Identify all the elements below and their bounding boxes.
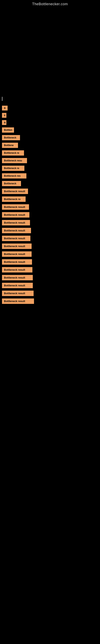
result-item-8[interactable]: Bottleneck resu	[2, 158, 98, 163]
result-item-12[interactable]: Bottleneck result	[2, 188, 98, 194]
result-item-25[interactable]: Bottleneck result	[2, 290, 98, 296]
result-item-18[interactable]: Bottleneck result	[2, 236, 98, 241]
result-label-25: Bottleneck result	[2, 290, 34, 296]
result-label-3: B	[2, 120, 6, 125]
result-label-8: Bottleneck resu	[2, 158, 27, 163]
site-header: TheBottlenecker.com	[0, 0, 100, 6]
result-label-1: B	[2, 106, 8, 110]
result-label-16: Bottleneck result	[2, 220, 30, 226]
page-wrapper: TheBottlenecker.com BEBBottlenBottleneck…	[0, 0, 100, 310]
result-label-18: Bottleneck result	[2, 236, 30, 241]
result-item-10[interactable]: Bottleneck res	[2, 173, 98, 178]
result-label-15: Bottleneck result	[2, 212, 29, 218]
result-label-24: Bottleneck result	[2, 283, 33, 288]
content-area: BEBBottlenBottleneckBottleneBottleneck r…	[0, 93, 100, 310]
site-title: TheBottlenecker.com	[0, 0, 100, 6]
result-label-7: Bottleneck re	[2, 150, 24, 156]
result-item-17[interactable]: Bottleneck result	[2, 228, 98, 233]
result-item-4[interactable]: Bottlen	[2, 128, 98, 132]
result-item-24[interactable]: Bottleneck result	[2, 283, 98, 288]
result-item-22[interactable]: Bottleneck result	[2, 267, 98, 272]
result-item-16[interactable]: Bottleneck result	[2, 220, 98, 226]
result-label-12: Bottleneck result	[2, 188, 28, 194]
result-label-2: E	[2, 113, 6, 118]
result-item-11[interactable]: Bottleneck	[2, 181, 98, 186]
result-item-6[interactable]: Bottlene	[2, 143, 98, 148]
result-item-9[interactable]: Bottleneck re	[2, 166, 98, 171]
cursor-line	[2, 97, 2, 101]
result-label-14: Bottleneck result	[2, 204, 29, 210]
result-item-26[interactable]: Bottleneck result	[2, 298, 98, 304]
result-label-5: Bottleneck	[2, 135, 20, 140]
result-item-5[interactable]: Bottleneck	[2, 135, 98, 140]
result-item-15[interactable]: Bottleneck result	[2, 212, 98, 218]
result-label-11: Bottleneck	[2, 181, 21, 186]
result-label-4: Bottlen	[2, 128, 14, 132]
result-label-19: Bottleneck result	[2, 244, 32, 249]
result-item-13[interactable]: Bottleneck re	[2, 196, 98, 202]
result-label-23: Bottleneck result	[2, 275, 33, 280]
result-item-3[interactable]: B	[2, 120, 98, 125]
result-item-2[interactable]: E	[2, 113, 98, 118]
result-label-6: Bottlene	[2, 143, 18, 148]
result-item-20[interactable]: Bottleneck result	[2, 251, 98, 257]
result-item-1[interactable]: B	[2, 106, 98, 110]
result-label-13: Bottleneck re	[2, 196, 26, 202]
result-item-7[interactable]: Bottleneck re	[2, 150, 98, 156]
result-item-14[interactable]: Bottleneck result	[2, 204, 98, 210]
result-label-17: Bottleneck result	[2, 228, 31, 233]
result-label-20: Bottleneck result	[2, 251, 32, 257]
results-container: BEBBottlenBottleneckBottleneBottleneck r…	[2, 106, 98, 304]
result-label-9: Bottleneck re	[2, 166, 24, 171]
result-label-22: Bottleneck result	[2, 267, 32, 272]
result-label-10: Bottleneck res	[2, 173, 26, 178]
result-label-26: Bottleneck result	[2, 298, 34, 304]
result-item-21[interactable]: Bottleneck result	[2, 259, 98, 265]
result-item-19[interactable]: Bottleneck result	[2, 244, 98, 249]
result-item-23[interactable]: Bottleneck result	[2, 275, 98, 280]
top-spacer	[0, 6, 100, 93]
result-label-21: Bottleneck result	[2, 259, 32, 265]
